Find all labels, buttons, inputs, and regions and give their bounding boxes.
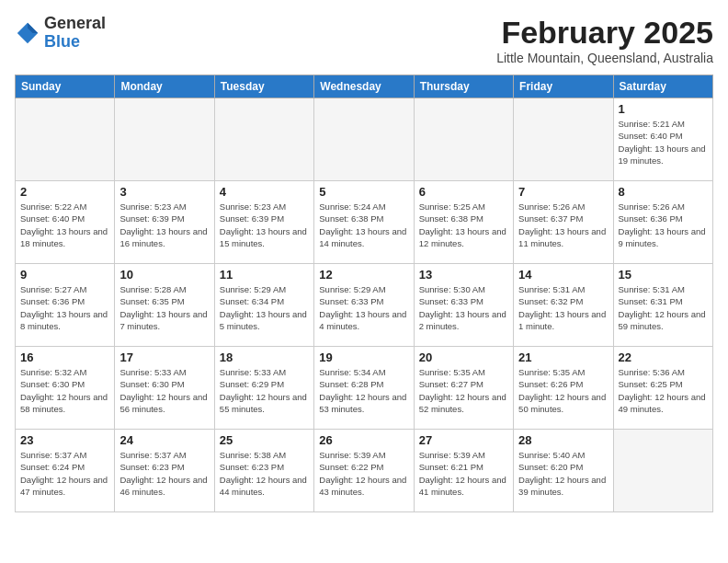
calendar-subtitle: Little Mountain, Queensland, Australia <box>496 51 713 65</box>
day-of-week-header: Thursday <box>414 75 513 98</box>
calendar-day-cell <box>214 98 313 181</box>
day-number: 28 <box>518 433 608 447</box>
calendar-day-cell <box>514 98 613 181</box>
calendar-day-cell: 9Sunrise: 5:27 AMSunset: 6:36 PMDaylight… <box>16 264 115 347</box>
calendar-day-cell: 2Sunrise: 5:22 AMSunset: 6:40 PMDaylight… <box>16 181 115 264</box>
calendar-day-cell: 15Sunrise: 5:31 AMSunset: 6:31 PMDayligh… <box>613 264 712 347</box>
logo-blue-text: Blue <box>44 33 106 52</box>
calendar-day-cell: 23Sunrise: 5:37 AMSunset: 6:24 PMDayligh… <box>16 430 115 512</box>
logo-general-text: General <box>44 15 106 33</box>
day-info: Sunrise: 5:24 AMSunset: 6:38 PMDaylight:… <box>319 201 408 249</box>
calendar-day-cell: 14Sunrise: 5:31 AMSunset: 6:32 PMDayligh… <box>514 264 613 347</box>
calendar-day-cell: 19Sunrise: 5:34 AMSunset: 6:28 PMDayligh… <box>314 347 414 430</box>
day-number: 25 <box>220 433 309 447</box>
calendar-day-cell: 8Sunrise: 5:26 AMSunset: 6:36 PMDaylight… <box>613 181 712 264</box>
calendar-day-cell: 21Sunrise: 5:35 AMSunset: 6:26 PMDayligh… <box>514 347 613 430</box>
day-number: 3 <box>119 185 209 199</box>
day-number: 24 <box>119 433 209 447</box>
calendar-day-cell <box>314 98 414 181</box>
day-number: 17 <box>119 350 209 364</box>
day-of-week-header: Saturday <box>613 75 712 98</box>
calendar-day-cell: 10Sunrise: 5:28 AMSunset: 6:35 PMDayligh… <box>115 264 214 347</box>
day-info: Sunrise: 5:37 AMSunset: 6:24 PMDaylight:… <box>20 449 109 498</box>
calendar-table: SundayMondayTuesdayWednesdayThursdayFrid… <box>15 75 713 512</box>
day-info: Sunrise: 5:28 AMSunset: 6:35 PMDaylight:… <box>119 283 209 332</box>
day-info: Sunrise: 5:34 AMSunset: 6:28 PMDaylight:… <box>319 366 408 415</box>
day-number: 10 <box>119 268 209 282</box>
day-info: Sunrise: 5:39 AMSunset: 6:21 PMDaylight:… <box>419 449 508 498</box>
day-number: 2 <box>20 185 109 199</box>
calendar-header-row: SundayMondayTuesdayWednesdayThursdayFrid… <box>16 75 713 98</box>
day-number: 15 <box>619 268 708 282</box>
day-number: 27 <box>419 433 508 447</box>
day-number: 19 <box>319 350 408 364</box>
calendar-week-row: 23Sunrise: 5:37 AMSunset: 6:24 PMDayligh… <box>16 430 713 512</box>
day-info: Sunrise: 5:21 AMSunset: 6:40 PMDaylight:… <box>619 118 708 167</box>
day-number: 7 <box>518 185 608 199</box>
calendar-day-cell: 20Sunrise: 5:35 AMSunset: 6:27 PMDayligh… <box>414 347 513 430</box>
day-info: Sunrise: 5:36 AMSunset: 6:25 PMDaylight:… <box>619 366 708 415</box>
calendar-day-cell: 25Sunrise: 5:38 AMSunset: 6:23 PMDayligh… <box>214 430 313 512</box>
day-of-week-header: Wednesday <box>314 75 414 98</box>
calendar-day-cell: 5Sunrise: 5:24 AMSunset: 6:38 PMDaylight… <box>314 181 414 264</box>
day-info: Sunrise: 5:29 AMSunset: 6:34 PMDaylight:… <box>220 283 309 332</box>
calendar-day-cell: 1Sunrise: 5:21 AMSunset: 6:40 PMDaylight… <box>613 98 712 181</box>
calendar-day-cell <box>414 98 513 181</box>
day-info: Sunrise: 5:23 AMSunset: 6:39 PMDaylight:… <box>119 201 209 249</box>
day-number: 20 <box>419 350 508 364</box>
day-info: Sunrise: 5:29 AMSunset: 6:33 PMDaylight:… <box>319 283 408 332</box>
day-info: Sunrise: 5:26 AMSunset: 6:36 PMDaylight:… <box>619 201 708 249</box>
calendar-day-cell: 22Sunrise: 5:36 AMSunset: 6:25 PMDayligh… <box>613 347 712 430</box>
day-number: 6 <box>419 185 508 199</box>
day-info: Sunrise: 5:31 AMSunset: 6:32 PMDaylight:… <box>518 283 608 332</box>
day-info: Sunrise: 5:23 AMSunset: 6:39 PMDaylight:… <box>220 201 309 249</box>
day-of-week-header: Tuesday <box>214 75 313 98</box>
day-number: 21 <box>518 350 608 364</box>
day-number: 18 <box>220 350 309 364</box>
logo: General Blue <box>15 15 106 52</box>
day-number: 11 <box>220 268 309 282</box>
day-info: Sunrise: 5:37 AMSunset: 6:23 PMDaylight:… <box>119 449 209 498</box>
day-info: Sunrise: 5:30 AMSunset: 6:33 PMDaylight:… <box>419 283 508 332</box>
calendar-day-cell <box>613 430 712 512</box>
day-number: 4 <box>220 185 309 199</box>
calendar-day-cell: 4Sunrise: 5:23 AMSunset: 6:39 PMDaylight… <box>214 181 313 264</box>
calendar-day-cell <box>115 98 214 181</box>
calendar-day-cell: 24Sunrise: 5:37 AMSunset: 6:23 PMDayligh… <box>115 430 214 512</box>
day-of-week-header: Sunday <box>16 75 115 98</box>
day-info: Sunrise: 5:22 AMSunset: 6:40 PMDaylight:… <box>20 201 109 249</box>
day-number: 1 <box>619 102 708 116</box>
calendar-day-cell: 17Sunrise: 5:33 AMSunset: 6:30 PMDayligh… <box>115 347 214 430</box>
day-of-week-header: Friday <box>514 75 613 98</box>
calendar-week-row: 1Sunrise: 5:21 AMSunset: 6:40 PMDaylight… <box>16 98 713 181</box>
day-number: 8 <box>619 185 708 199</box>
calendar-day-cell <box>16 98 115 181</box>
title-area: February 2025 Little Mountain, Queenslan… <box>496 15 713 65</box>
calendar-day-cell: 27Sunrise: 5:39 AMSunset: 6:21 PMDayligh… <box>414 430 513 512</box>
day-number: 23 <box>20 433 109 447</box>
header: General Blue February 2025 Little Mounta… <box>15 15 713 65</box>
day-info: Sunrise: 5:25 AMSunset: 6:38 PMDaylight:… <box>419 201 508 249</box>
day-info: Sunrise: 5:38 AMSunset: 6:23 PMDaylight:… <box>220 449 309 498</box>
day-number: 5 <box>319 185 408 199</box>
day-info: Sunrise: 5:27 AMSunset: 6:36 PMDaylight:… <box>20 283 109 332</box>
calendar-day-cell: 26Sunrise: 5:39 AMSunset: 6:22 PMDayligh… <box>314 430 414 512</box>
calendar-day-cell: 7Sunrise: 5:26 AMSunset: 6:37 PMDaylight… <box>514 181 613 264</box>
day-info: Sunrise: 5:32 AMSunset: 6:30 PMDaylight:… <box>20 366 109 415</box>
day-number: 9 <box>20 268 109 282</box>
calendar-day-cell: 12Sunrise: 5:29 AMSunset: 6:33 PMDayligh… <box>314 264 414 347</box>
day-info: Sunrise: 5:33 AMSunset: 6:30 PMDaylight:… <box>119 366 209 415</box>
day-info: Sunrise: 5:35 AMSunset: 6:27 PMDaylight:… <box>419 366 508 415</box>
day-info: Sunrise: 5:40 AMSunset: 6:20 PMDaylight:… <box>518 449 608 498</box>
calendar-title: February 2025 <box>496 15 713 51</box>
day-number: 16 <box>20 350 109 364</box>
day-info: Sunrise: 5:39 AMSunset: 6:22 PMDaylight:… <box>319 449 408 498</box>
calendar-day-cell: 11Sunrise: 5:29 AMSunset: 6:34 PMDayligh… <box>214 264 313 347</box>
calendar-day-cell: 6Sunrise: 5:25 AMSunset: 6:38 PMDaylight… <box>414 181 513 264</box>
calendar-day-cell: 16Sunrise: 5:32 AMSunset: 6:30 PMDayligh… <box>16 347 115 430</box>
calendar-day-cell: 18Sunrise: 5:33 AMSunset: 6:29 PMDayligh… <box>214 347 313 430</box>
day-info: Sunrise: 5:31 AMSunset: 6:31 PMDaylight:… <box>619 283 708 332</box>
day-number: 22 <box>619 350 708 364</box>
day-of-week-header: Monday <box>115 75 214 98</box>
calendar-week-row: 16Sunrise: 5:32 AMSunset: 6:30 PMDayligh… <box>16 347 713 430</box>
